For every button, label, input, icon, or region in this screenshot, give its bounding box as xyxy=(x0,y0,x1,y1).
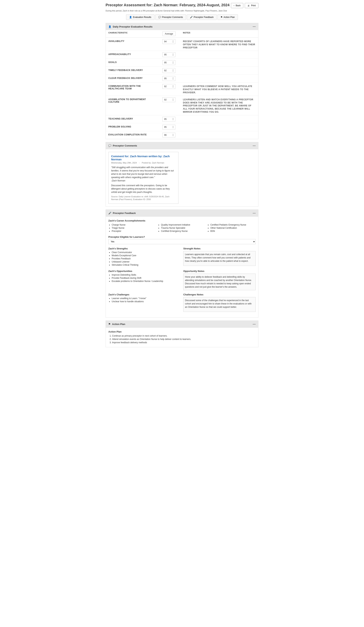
score-down-icon[interactable]: ▼ xyxy=(172,63,174,64)
table-row: Communication with the Healthcare Team 9… xyxy=(106,83,258,96)
list-item: Certified Emergency Nurse xyxy=(161,230,206,232)
score-input[interactable]: 94 ▲ ▼ xyxy=(162,39,175,44)
action-plan-section-title: Action Plan xyxy=(112,323,125,325)
row-characteristic: Timely Feedback Delivery xyxy=(108,68,157,71)
person-icon: 👤 xyxy=(129,16,132,18)
row-score: 92 ▲ ▼ xyxy=(157,68,181,73)
challenges-title: Zach's Challenges xyxy=(108,293,181,296)
list-item: Attend simulation events as Orientation … xyxy=(112,338,256,340)
eligible-row: Preceptor Eligible for Learners? Yes No xyxy=(108,236,256,244)
challenges-notes-title: Challenges Notes xyxy=(183,293,256,296)
row-score: 95 ▲ ▼ xyxy=(157,76,181,81)
comments-section-title: Preceptor Comments xyxy=(113,144,137,147)
table-row: Teaching Delivery 95 ▲ ▼ xyxy=(106,115,258,123)
table-row: Timely Feedback Delivery 92 ▲ ▼ xyxy=(106,67,258,75)
comments-collapse-button[interactable]: — xyxy=(253,144,256,148)
list-item: Quality Improvement Initiative xyxy=(161,223,206,226)
comment-card: Comment for: Zach Norman written by: Zac… xyxy=(108,152,179,204)
accomplishments-col3: Certified Pediatric Emergency NurseOther… xyxy=(207,223,256,233)
score-input[interactable]: 92 ▲ ▼ xyxy=(162,68,175,73)
nav-tabs: 👤 Evaluation Results 💬 Preceptor Comment… xyxy=(106,14,258,20)
action-plan-section: ⚑ Action Plan — Action Plan Continue as … xyxy=(106,320,258,347)
table-row: Goals 95 ▲ ▼ xyxy=(106,59,258,67)
list-item: Learner unwilling to Learn: "I know" xyxy=(112,297,181,300)
opportunities-list: Improve Debriefing SkillsProvide Feedbac… xyxy=(108,274,181,282)
score-input[interactable]: 95 ▲ ▼ xyxy=(162,60,175,65)
action-plan-collapse-button[interactable]: — xyxy=(253,322,256,326)
list-item: Provides Feedback xyxy=(112,257,181,260)
score-down-icon[interactable]: ▼ xyxy=(172,135,174,137)
print-button[interactable]: Print xyxy=(245,3,258,8)
row-notes: Learners often comment how well you arti… xyxy=(181,84,256,94)
table-row: Evaluation Completion Rate 96 ▲ ▼ xyxy=(106,131,258,139)
eval-rows: Availability 94 ▲ ▼ Recent cohorts of le… xyxy=(106,38,258,139)
score-down-icon[interactable]: ▼ xyxy=(172,55,174,56)
row-notes xyxy=(181,60,256,61)
score-input[interactable]: 96 ▲ ▼ xyxy=(162,133,175,137)
score-input[interactable]: 95 ▲ ▼ xyxy=(162,117,175,122)
list-item: Certified Pediatric Emergency Nurse xyxy=(210,223,256,226)
score-down-icon[interactable]: ▼ xyxy=(172,127,174,129)
row-score: 95 ▲ ▼ xyxy=(157,60,181,65)
back-button[interactable]: Back xyxy=(231,3,243,8)
list-item: Escalate problems to Orientation Nurse /… xyxy=(112,280,181,282)
comment-source: Source: Daily Learner Evaluation re: shi… xyxy=(111,195,176,201)
feedback-collapse-button[interactable]: — xyxy=(253,211,256,215)
challenges-section: Zach's Challenges Learner unwilling to L… xyxy=(108,293,256,312)
strengths-section: Zach's Strengths Clear CommunicatorModel… xyxy=(108,247,256,267)
comment-body: Discussed this comment with the precepto… xyxy=(111,184,176,194)
eval-collapse-button[interactable]: — xyxy=(253,25,256,28)
score-down-icon[interactable]: ▼ xyxy=(172,119,174,121)
row-score: 92 ▲ ▼ xyxy=(157,97,181,102)
accomplishments-col2: Quality Improvement InitiativeTrauma Nur… xyxy=(158,223,206,233)
action-plan-list: Continue as primary preceptor in next co… xyxy=(108,335,256,344)
evaluation-results-section: 👤 Daily Preceptor Evaluation Results — C… xyxy=(106,23,258,139)
row-characteristic: Evaluation Completion Rate xyxy=(108,133,157,136)
action-plan-section-icon: ⚑ xyxy=(108,323,111,325)
col-header-notes: NOTES xyxy=(181,32,256,36)
tab-preceptor-comments[interactable]: 💬 Preceptor Comments xyxy=(155,14,186,20)
preceptor-comments-section: 💬 Preceptor Comments — Comment for: Zach… xyxy=(106,142,258,207)
list-item: Trauma Nurse Specialist xyxy=(161,227,206,229)
score-input[interactable]: 92 ▲ ▼ xyxy=(162,84,175,89)
comment-quote: "Still struggling with communication wit… xyxy=(111,166,176,182)
accomplishments-col1: Charge NurseTriage NursePreceptor xyxy=(108,223,157,233)
row-notes xyxy=(181,117,256,117)
list-item: BSN xyxy=(210,230,256,232)
comment-title: Comment for: Zach Norman written by: Zac… xyxy=(111,155,176,161)
score-input[interactable]: 95 ▲ ▼ xyxy=(162,76,175,81)
feedback-section-icon: 🎤 xyxy=(108,212,111,214)
list-item: Models Exceptional Care xyxy=(112,254,181,257)
row-characteristic: Goals xyxy=(108,60,157,63)
score-down-icon[interactable]: ▼ xyxy=(172,79,174,80)
tab-action-plan[interactable]: ⚑ Action Plan xyxy=(218,14,238,20)
score-down-icon[interactable]: ▼ xyxy=(172,71,174,72)
score-input[interactable]: 95 ▲ ▼ xyxy=(162,125,175,129)
list-item: Unbiased Listener xyxy=(112,261,181,263)
list-item: Other National Certification xyxy=(210,227,256,229)
row-characteristic: Assimilation to Department Culture xyxy=(108,97,157,103)
list-item: Unclear how to handle situations xyxy=(112,300,181,303)
action-plan-label: Action Plan xyxy=(108,330,256,333)
list-item: Charge Nurse xyxy=(112,223,157,226)
comments-section-icon: 💬 xyxy=(108,144,111,147)
page-subtitle: During this period, Zach in their role a… xyxy=(106,10,258,12)
table-row: Approachability 95 ▲ ▼ xyxy=(106,51,258,59)
row-score: 94 ▲ ▼ xyxy=(157,39,181,44)
tab-preceptor-feedback[interactable]: 🎤 Preceptor Feedback xyxy=(187,14,217,20)
score-input[interactable]: 95 ▲ ▼ xyxy=(162,52,175,57)
strengths-list: Clear CommunicatorModels Exceptional Car… xyxy=(108,251,181,266)
eligible-label: Preceptor Eligible for Learners? xyxy=(108,236,256,238)
score-input[interactable]: 92 ▲ ▼ xyxy=(162,97,175,102)
strength-notes: Learners appreciate that you remain calm… xyxy=(183,251,256,266)
opportunity-notes-title: Opportunity Notes xyxy=(183,270,256,272)
tab-evaluation-results[interactable]: 👤 Evaluation Results xyxy=(126,14,154,20)
score-down-icon[interactable]: ▼ xyxy=(172,86,174,88)
score-down-icon[interactable]: ▼ xyxy=(172,42,174,43)
flag-icon: ⚑ xyxy=(221,16,223,18)
list-item: Improve feedback delivery methods xyxy=(112,341,256,344)
eligible-select[interactable]: Yes No xyxy=(108,239,256,244)
score-down-icon[interactable]: ▼ xyxy=(172,100,174,101)
list-item: Improve Debriefing Skills xyxy=(112,274,181,276)
eval-section-title: Daily Preceptor Evaluation Results xyxy=(113,25,152,28)
